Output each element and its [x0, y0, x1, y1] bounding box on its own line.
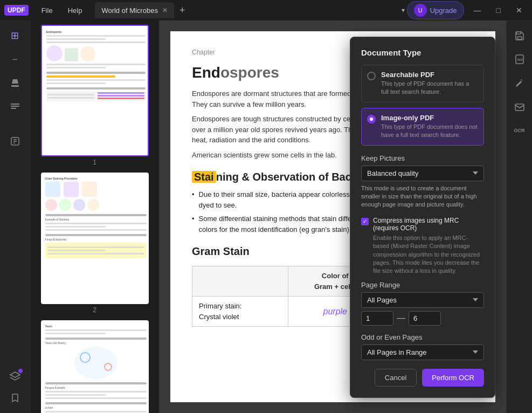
mrc-description: Enable this option to apply an MRC-based… — [373, 234, 484, 276]
new-tab-button[interactable]: + — [176, 5, 189, 16]
cancel-button[interactable]: Cancel — [375, 369, 417, 387]
thumb-page-label-2: 2 — [34, 306, 155, 314]
thumbnail-page-2[interactable]: Gram Staining Procedure Example of Bacte… — [34, 173, 155, 314]
upgrade-label: Upgrade — [430, 6, 457, 15]
odd-even-dropdown[interactable]: All Pages in Range Odd Pages Even Pages — [361, 345, 484, 360]
tab-area: World of Microbes ✕ + — [95, 2, 397, 18]
menu-help[interactable]: Help — [61, 4, 89, 17]
imageonly-desc: This type of PDF document does not have … — [381, 123, 478, 140]
svg-text:PDF: PDF — [517, 58, 523, 61]
maximize-button[interactable]: □ — [491, 4, 506, 17]
gram-table-header-empty — [192, 266, 288, 297]
doc-type-searchable[interactable]: Searchable PDF This type of PDF document… — [361, 65, 484, 102]
imageonly-name: Image-only PDF — [381, 114, 478, 122]
tab-close-icon[interactable]: ✕ — [162, 6, 168, 14]
svg-rect-1 — [11, 104, 19, 105]
mrc-text: Compress images using MRC (requires OCR)… — [373, 217, 484, 276]
gram-table-row1-label: Primary stain:Crystal violet — [192, 297, 288, 327]
svg-rect-0 — [11, 85, 19, 87]
page-range-inputs: — — [361, 311, 484, 326]
sidebar-left: ⊞ − — [0, 20, 30, 413]
thumbnail-page-3[interactable]: Yeast Yeast Life History Fungus Example — [34, 320, 155, 413]
searchable-name: Searchable PDF — [381, 71, 478, 79]
minimize-button[interactable]: — — [468, 4, 487, 17]
thumb-content-1: Endospores — [42, 26, 149, 155]
right-icon-send[interactable] — [509, 96, 530, 118]
ocr-actions: Cancel Perform OCR — [361, 369, 484, 387]
thumb-img-3: Yeast Yeast Life History Fungus Example — [41, 320, 149, 413]
sidebar-icon-thumbnails[interactable]: ⊞ — [4, 25, 26, 46]
page-range-label: Page Range — [361, 281, 484, 289]
keep-pictures-label: Keep Pictures — [361, 154, 484, 162]
svg-rect-13 — [515, 104, 524, 111]
thumbnail-page-1[interactable]: Endospores — [34, 25, 155, 166]
app-logo: UPDF — [4, 5, 29, 16]
gram-plus-color: purple — [323, 307, 347, 316]
sidebar-icon-edit[interactable] — [4, 130, 26, 152]
page-range-section: Page Range All Pages Custom — — [361, 281, 484, 326]
sidebar-icon-comment[interactable] — [4, 96, 26, 118]
right-icon-pdf[interactable]: PDF — [509, 49, 530, 70]
thumb-page-label-1: 1 — [34, 159, 155, 166]
sidebar-icon-bookmark[interactable] — [4, 387, 26, 409]
close-button[interactable]: ✕ — [510, 4, 528, 17]
quality-description: This mode is used to create a document s… — [361, 184, 484, 209]
radio-searchable[interactable] — [367, 72, 376, 80]
main-area: ⊞ − Endospores — [0, 20, 532, 413]
sidebar-icon-highlight[interactable] — [4, 72, 26, 94]
right-icon-ocr[interactable]: OCR — [509, 120, 530, 141]
thumb-img-1: Endospores — [41, 25, 149, 156]
ocr-panel-title: Document Type — [361, 48, 484, 57]
tab-dropdown-icon[interactable]: ▾ — [402, 6, 405, 14]
sidebar-bottom — [4, 366, 26, 409]
ocr-panel: Document Type Searchable PDF This type o… — [350, 37, 495, 398]
right-icon-save[interactable] — [509, 25, 530, 46]
page-range-dropdown[interactable]: All Pages Custom — [361, 292, 484, 308]
searchable-desc: This type of PDF document has a full tex… — [381, 80, 478, 97]
svg-rect-2 — [11, 106, 19, 107]
quality-dropdown[interactable]: Balanced quality High quality Low qualit… — [361, 166, 484, 181]
badge-dot — [18, 369, 23, 373]
sidebar-icon-layers[interactable] — [4, 366, 26, 387]
doc-type-options: Searchable PDF This type of PDF document… — [361, 65, 484, 146]
titlebar: UPDF File Help World of Microbes ✕ + ▾ U… — [0, 0, 532, 20]
title-rest: ospores — [220, 64, 279, 81]
tab-title: World of Microbes — [101, 6, 158, 15]
right-icon-edit[interactable] — [509, 72, 530, 94]
doc-type-searchable-text: Searchable PDF This type of PDF document… — [381, 71, 478, 97]
svg-rect-3 — [11, 108, 16, 109]
stain-title-highlight: Stai — [192, 171, 216, 183]
upgrade-button[interactable]: U Upgrade — [407, 1, 464, 19]
odd-even-label: Odd or Even Pages — [361, 333, 484, 341]
svg-rect-10 — [517, 37, 522, 39]
perform-ocr-button[interactable]: Perform OCR — [422, 369, 484, 387]
avatar: U — [414, 4, 427, 17]
content-area: Chapter Endospores Endospores are dorman… — [160, 20, 506, 413]
thumb-content-2: Gram Staining Procedure Example of Bacte… — [42, 174, 149, 303]
title-text: End — [192, 64, 220, 81]
mrc-checkbox[interactable] — [361, 218, 369, 225]
radio-imageonly[interactable] — [367, 115, 376, 123]
sidebar-icon-zoomout[interactable]: − — [4, 49, 26, 70]
doc-type-imageonly-text: Image-only PDF This type of PDF document… — [381, 114, 478, 140]
menu-file[interactable]: File — [35, 4, 59, 17]
svg-marker-8 — [10, 372, 20, 377]
thumb-img-2: Gram Staining Procedure Example of Bacte… — [41, 173, 149, 304]
titlebar-right: U Upgrade — □ ✕ — [407, 1, 528, 19]
page-from-input[interactable] — [361, 311, 393, 326]
doc-type-imageonly[interactable]: Image-only PDF This type of PDF document… — [361, 108, 484, 146]
page-to-input[interactable] — [409, 311, 441, 326]
mrc-label: Compress images using MRC (requires OCR) — [373, 217, 484, 232]
page-range-dash: — — [397, 313, 405, 323]
thumbnail-panel: Endospores — [30, 20, 160, 413]
keep-pictures-section: Keep Pictures Balanced quality High qual… — [361, 154, 484, 209]
thumb-content-3: Yeast Yeast Life History Fungus Example — [42, 321, 149, 413]
sidebar-right: PDF OCR — [506, 20, 532, 413]
mrc-row: Compress images using MRC (requires OCR)… — [361, 217, 484, 276]
tab-world-microbes[interactable]: World of Microbes ✕ — [95, 2, 174, 18]
odd-even-section: Odd or Even Pages All Pages in Range Odd… — [361, 333, 484, 360]
